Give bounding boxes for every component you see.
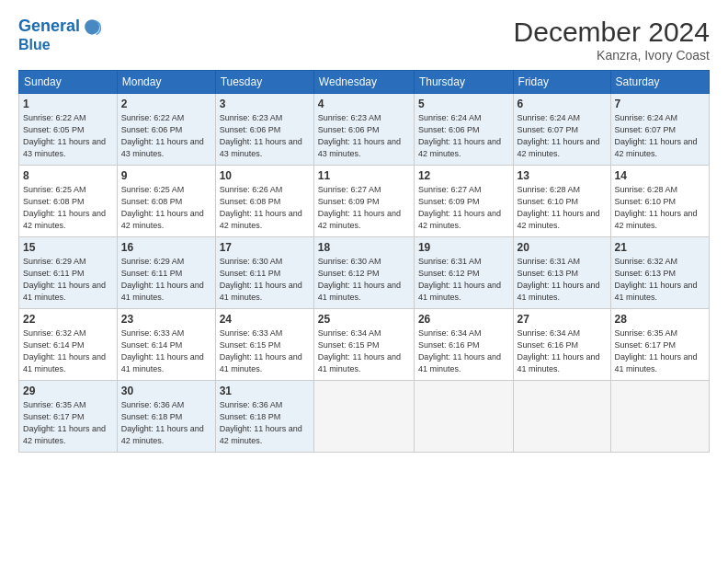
day-info: Sunrise: 6:36 AMSunset: 6:18 PMDaylight:…: [121, 400, 204, 444]
calendar-week-row: 29 Sunrise: 6:35 AMSunset: 6:17 PMDaylig…: [19, 381, 710, 453]
month-title: December 2024: [514, 17, 710, 48]
day-number: 1: [23, 97, 113, 111]
day-number: 10: [220, 168, 310, 183]
day-info: Sunrise: 6:30 AMSunset: 6:12 PMDaylight:…: [318, 257, 401, 301]
day-number: 8: [23, 168, 113, 183]
table-row: 10 Sunrise: 6:26 AMSunset: 6:08 PMDaylig…: [215, 166, 313, 237]
day-number: 12: [418, 168, 509, 183]
day-number: 5: [418, 97, 509, 111]
table-row: 2 Sunrise: 6:22 AMSunset: 6:06 PMDayligh…: [117, 94, 215, 166]
day-number: 27: [518, 312, 607, 327]
day-info: Sunrise: 6:23 AMSunset: 6:06 PMDaylight:…: [318, 113, 401, 157]
calendar-week-row: 8 Sunrise: 6:25 AMSunset: 6:08 PMDayligh…: [19, 166, 710, 237]
logo-icon: [82, 17, 102, 37]
day-info: Sunrise: 6:30 AMSunset: 6:11 PMDaylight:…: [220, 257, 302, 301]
day-number: 15: [23, 240, 113, 255]
table-row: 12 Sunrise: 6:27 AMSunset: 6:09 PMDaylig…: [414, 166, 513, 237]
table-row: 6 Sunrise: 6:24 AMSunset: 6:07 PMDayligh…: [513, 94, 610, 166]
day-number: 28: [615, 312, 706, 327]
table-row: 23 Sunrise: 6:33 AMSunset: 6:14 PMDaylig…: [117, 309, 215, 381]
day-info: Sunrise: 6:29 AMSunset: 6:11 PMDaylight:…: [23, 257, 106, 301]
day-info: Sunrise: 6:28 AMSunset: 6:10 PMDaylight:…: [615, 185, 698, 229]
day-number: 29: [23, 384, 113, 398]
logo-line2: Blue: [18, 37, 102, 53]
col-thursday: Thursday: [414, 71, 513, 94]
day-info: Sunrise: 6:28 AMSunset: 6:10 PMDaylight:…: [518, 185, 600, 229]
table-row: 25 Sunrise: 6:34 AMSunset: 6:15 PMDaylig…: [313, 309, 414, 381]
day-info: Sunrise: 6:33 AMSunset: 6:15 PMDaylight:…: [220, 328, 302, 373]
day-info: Sunrise: 6:35 AMSunset: 6:17 PMDaylight:…: [23, 400, 106, 444]
table-row: 28 Sunrise: 6:35 AMSunset: 6:17 PMDaylig…: [610, 309, 710, 381]
day-info: Sunrise: 6:24 AMSunset: 6:07 PMDaylight:…: [615, 113, 698, 157]
table-row: 22 Sunrise: 6:32 AMSunset: 6:14 PMDaylig…: [19, 309, 118, 381]
day-info: Sunrise: 6:36 AMSunset: 6:18 PMDaylight:…: [220, 400, 302, 444]
day-info: Sunrise: 6:34 AMSunset: 6:15 PMDaylight:…: [318, 328, 401, 373]
table-row: 11 Sunrise: 6:27 AMSunset: 6:09 PMDaylig…: [313, 166, 414, 237]
page: General Blue December 2024 Kanzra, Ivory…: [0, 0, 728, 563]
table-row: 17 Sunrise: 6:30 AMSunset: 6:11 PMDaylig…: [215, 237, 313, 309]
table-row: 14 Sunrise: 6:28 AMSunset: 6:10 PMDaylig…: [610, 166, 710, 237]
table-row: 9 Sunrise: 6:25 AMSunset: 6:08 PMDayligh…: [117, 166, 215, 237]
day-info: Sunrise: 6:25 AMSunset: 6:08 PMDaylight:…: [23, 185, 106, 229]
day-number: 14: [615, 168, 706, 183]
day-number: 24: [220, 312, 310, 327]
table-row: [513, 381, 610, 453]
day-info: Sunrise: 6:34 AMSunset: 6:16 PMDaylight:…: [418, 328, 501, 373]
day-info: Sunrise: 6:22 AMSunset: 6:05 PMDaylight:…: [23, 113, 106, 157]
table-row: 16 Sunrise: 6:29 AMSunset: 6:11 PMDaylig…: [117, 237, 215, 309]
header: General Blue December 2024 Kanzra, Ivory…: [18, 17, 710, 63]
day-number: 31: [220, 384, 310, 398]
logo: General Blue: [18, 17, 102, 53]
table-row: [610, 381, 710, 453]
day-info: Sunrise: 6:32 AMSunset: 6:14 PMDaylight:…: [23, 328, 106, 373]
col-wednesday: Wednesday: [313, 71, 414, 94]
day-number: 20: [518, 240, 607, 255]
table-row: 27 Sunrise: 6:34 AMSunset: 6:16 PMDaylig…: [513, 309, 610, 381]
day-number: 6: [518, 97, 607, 111]
location: Kanzra, Ivory Coast: [514, 48, 710, 63]
table-row: 21 Sunrise: 6:32 AMSunset: 6:13 PMDaylig…: [610, 237, 710, 309]
col-monday: Monday: [117, 71, 215, 94]
table-row: [313, 381, 414, 453]
day-info: Sunrise: 6:34 AMSunset: 6:16 PMDaylight:…: [518, 328, 600, 373]
day-number: 16: [121, 240, 211, 255]
table-row: 30 Sunrise: 6:36 AMSunset: 6:18 PMDaylig…: [117, 381, 215, 453]
calendar-table: Sunday Monday Tuesday Wednesday Thursday…: [18, 70, 710, 453]
table-row: 8 Sunrise: 6:25 AMSunset: 6:08 PMDayligh…: [19, 166, 118, 237]
calendar-header-row: Sunday Monday Tuesday Wednesday Thursday…: [19, 71, 710, 94]
day-info: Sunrise: 6:25 AMSunset: 6:08 PMDaylight:…: [121, 185, 204, 229]
table-row: 1 Sunrise: 6:22 AMSunset: 6:05 PMDayligh…: [19, 94, 118, 166]
day-number: 7: [615, 97, 706, 111]
day-info: Sunrise: 6:27 AMSunset: 6:09 PMDaylight:…: [418, 185, 501, 229]
col-tuesday: Tuesday: [215, 71, 313, 94]
day-number: 22: [23, 312, 113, 327]
day-number: 2: [121, 97, 211, 111]
day-info: Sunrise: 6:32 AMSunset: 6:13 PMDaylight:…: [615, 257, 698, 301]
table-row: 15 Sunrise: 6:29 AMSunset: 6:11 PMDaylig…: [19, 237, 118, 309]
day-info: Sunrise: 6:22 AMSunset: 6:06 PMDaylight:…: [121, 113, 204, 157]
table-row: 13 Sunrise: 6:28 AMSunset: 6:10 PMDaylig…: [513, 166, 610, 237]
day-number: 25: [318, 312, 410, 327]
table-row: 19 Sunrise: 6:31 AMSunset: 6:12 PMDaylig…: [414, 237, 513, 309]
col-saturday: Saturday: [610, 71, 710, 94]
table-row: 29 Sunrise: 6:35 AMSunset: 6:17 PMDaylig…: [19, 381, 118, 453]
day-number: 11: [318, 168, 410, 183]
day-info: Sunrise: 6:24 AMSunset: 6:06 PMDaylight:…: [418, 113, 501, 157]
col-sunday: Sunday: [19, 71, 118, 94]
day-number: 13: [518, 168, 607, 183]
day-info: Sunrise: 6:29 AMSunset: 6:11 PMDaylight:…: [121, 257, 204, 301]
day-info: Sunrise: 6:33 AMSunset: 6:14 PMDaylight:…: [121, 328, 204, 373]
day-info: Sunrise: 6:24 AMSunset: 6:07 PMDaylight:…: [518, 113, 600, 157]
day-number: 18: [318, 240, 410, 255]
day-info: Sunrise: 6:26 AMSunset: 6:08 PMDaylight:…: [220, 185, 302, 229]
table-row: 7 Sunrise: 6:24 AMSunset: 6:07 PMDayligh…: [610, 94, 710, 166]
day-number: 30: [121, 384, 211, 398]
calendar-week-row: 1 Sunrise: 6:22 AMSunset: 6:05 PMDayligh…: [19, 94, 710, 166]
calendar-week-row: 15 Sunrise: 6:29 AMSunset: 6:11 PMDaylig…: [19, 237, 710, 309]
day-info: Sunrise: 6:31 AMSunset: 6:12 PMDaylight:…: [418, 257, 501, 301]
logo-text: General: [18, 17, 80, 36]
day-number: 3: [220, 97, 310, 111]
title-block: December 2024 Kanzra, Ivory Coast: [514, 17, 710, 63]
calendar-week-row: 22 Sunrise: 6:32 AMSunset: 6:14 PMDaylig…: [19, 309, 710, 381]
day-info: Sunrise: 6:23 AMSunset: 6:06 PMDaylight:…: [220, 113, 302, 157]
